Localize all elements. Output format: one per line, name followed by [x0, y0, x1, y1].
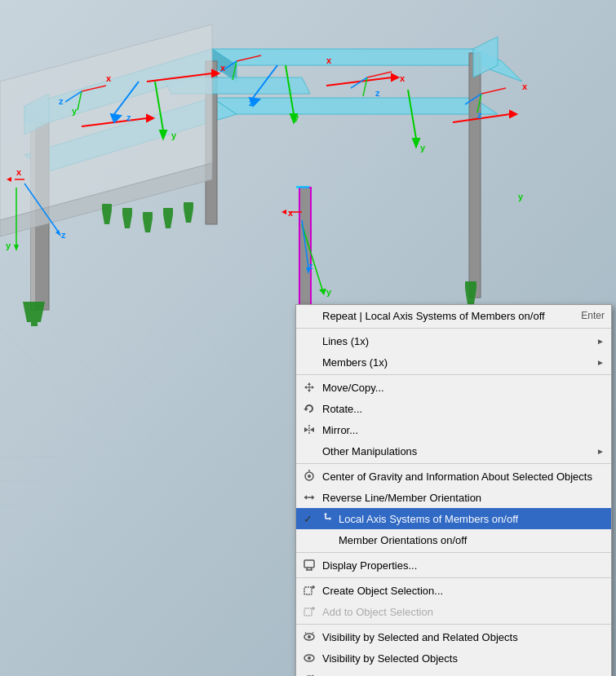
- svg-text:x: x: [106, 73, 112, 83]
- add-selection-icon: [301, 603, 317, 620]
- menu-item-rotate[interactable]: Rotate...: [296, 398, 611, 419]
- menu-item-members[interactable]: Members (1x) ►: [296, 351, 611, 373]
- svg-rect-117: [296, 186, 309, 188]
- lines-arrow-icon: ►: [596, 337, 605, 346]
- separator-2: [296, 374, 611, 375]
- menu-item-display-props-label: Display Properties...: [322, 559, 605, 572]
- menu-item-lines-label: Lines (1x): [322, 335, 590, 347]
- member-orient-icon: [317, 532, 334, 548]
- menu-item-move[interactable]: Move/Copy...: [296, 377, 611, 398]
- separator-3: [296, 463, 611, 464]
- menu-item-other-label: Other Manipulations: [322, 445, 590, 457]
- svg-point-144: [308, 656, 311, 660]
- rotate-icon: [301, 400, 317, 417]
- svg-text:z: z: [126, 113, 131, 122]
- svg-rect-78: [163, 208, 173, 214]
- svg-marker-130: [324, 513, 327, 515]
- move-icon: [301, 379, 317, 395]
- svg-text:y: y: [294, 113, 299, 122]
- svg-text:x: x: [400, 73, 405, 83]
- svg-text:z: z: [375, 88, 380, 98]
- svg-rect-135: [304, 587, 312, 594]
- menu-item-reverse[interactable]: Reverse Line/Member Orientation: [296, 487, 611, 508]
- menu-item-vis-related[interactable]: Visibility by Selected and Related Objec…: [296, 626, 611, 647]
- svg-marker-120: [310, 427, 314, 432]
- separator-5: [296, 577, 611, 578]
- svg-rect-74: [122, 208, 132, 214]
- separator-4: [296, 552, 611, 553]
- svg-text:x: x: [522, 82, 528, 91]
- svg-text:y: y: [171, 130, 177, 140]
- menu-item-vis-related-label: Visibility by Selected and Related Objec…: [322, 631, 605, 643]
- menu-item-vis-selected-label: Visibility by Selected Objects: [322, 652, 605, 665]
- svg-text:z: z: [61, 230, 66, 240]
- svg-text:z: z: [249, 98, 254, 108]
- other-arrow-icon: ►: [596, 447, 605, 456]
- menu-item-local-axis[interactable]: ✓ Local Axis Systems of Members on/off: [296, 508, 611, 529]
- menu-item-repeat[interactable]: Repeat | Local Axis Systems of Members o…: [296, 305, 611, 326]
- menu-item-member-orient-label: Member Orientations on/off: [339, 534, 605, 546]
- svg-text:y: y: [518, 192, 524, 201]
- menu-item-other[interactable]: Other Manipulations ►: [296, 440, 611, 462]
- menu-item-move-label: Move/Copy...: [322, 382, 605, 394]
- vis-related-icon: [301, 629, 317, 645]
- hide-selected-icon: [301, 671, 317, 676]
- create-selection-icon: [301, 582, 317, 599]
- menu-item-reverse-label: Reverse Line/Member Orientation: [322, 492, 605, 504]
- menu-item-gravity[interactable]: Center of Gravity and Information About …: [296, 466, 611, 487]
- svg-text:y: y: [420, 143, 426, 152]
- svg-rect-32: [469, 53, 481, 298]
- checkmark-icon: ✓: [301, 513, 314, 525]
- svg-point-122: [308, 475, 311, 478]
- menu-item-vis-selected[interactable]: Visibility by Selected Objects: [296, 647, 611, 669]
- gravity-icon: [301, 468, 317, 484]
- svg-marker-125: [312, 495, 314, 500]
- members-arrow-icon: ►: [596, 358, 605, 367]
- menu-item-repeat-shortcut: Enter: [581, 310, 605, 321]
- menu-item-add-selection: Add to Object Selection: [296, 601, 611, 622]
- svg-rect-138: [304, 608, 312, 616]
- display-props-icon: [301, 557, 317, 573]
- members-icon: [301, 354, 317, 370]
- menu-item-mirror-label: Mirror...: [322, 424, 605, 436]
- svg-text:y: y: [72, 106, 78, 116]
- svg-text:x: x: [326, 55, 332, 65]
- mirror-icon: [301, 422, 317, 438]
- svg-marker-126: [304, 495, 307, 500]
- svg-text:x: x: [220, 63, 226, 73]
- menu-item-hide-selected-label: Hide Selected Objects: [322, 674, 605, 677]
- menu-item-member-orient[interactable]: Member Orientations on/off: [296, 529, 611, 550]
- menu-item-add-selection-label: Add to Object Selection: [322, 606, 605, 618]
- svg-rect-82: [465, 281, 476, 289]
- svg-text:z: z: [477, 110, 482, 120]
- svg-text:x: x: [16, 167, 22, 177]
- menu-item-create-selection-label: Create Object Selection...: [322, 585, 605, 597]
- lines-icon: [301, 333, 317, 349]
- separator-6: [296, 624, 611, 625]
- other-icon: [301, 443, 317, 459]
- svg-rect-76: [143, 212, 153, 219]
- menu-item-hide-selected[interactable]: Hide Selected Objects: [296, 669, 611, 676]
- svg-text:y: y: [6, 241, 11, 250]
- svg-rect-72: [102, 204, 112, 210]
- svg-rect-131: [304, 560, 314, 568]
- svg-text:y: y: [326, 287, 332, 297]
- context-menu: Repeat | Local Axis Systems of Members o…: [295, 304, 612, 676]
- menu-item-repeat-label: Repeat | Local Axis Systems of Members o…: [322, 310, 565, 322]
- menu-item-mirror[interactable]: Mirror...: [296, 419, 611, 440]
- menu-item-gravity-label: Center of Gravity and Information About …: [322, 471, 605, 483]
- separator-1: [296, 328, 611, 329]
- vis-selected-icon: [301, 650, 317, 666]
- menu-item-create-selection[interactable]: Create Object Selection...: [296, 580, 611, 601]
- menu-item-local-axis-label: Local Axis Systems of Members on/off: [339, 513, 605, 525]
- local-axis-icon: [317, 510, 334, 527]
- svg-marker-119: [304, 427, 308, 432]
- svg-point-142: [308, 635, 311, 638]
- reverse-icon: [301, 489, 317, 506]
- svg-text:z: z: [59, 96, 64, 106]
- menu-item-lines[interactable]: Lines (1x) ►: [296, 330, 611, 351]
- svg-text:x: x: [288, 208, 294, 218]
- menu-item-members-label: Members (1x): [322, 356, 590, 369]
- menu-item-rotate-label: Rotate...: [322, 403, 605, 415]
- menu-item-display-props[interactable]: Display Properties...: [296, 554, 611, 576]
